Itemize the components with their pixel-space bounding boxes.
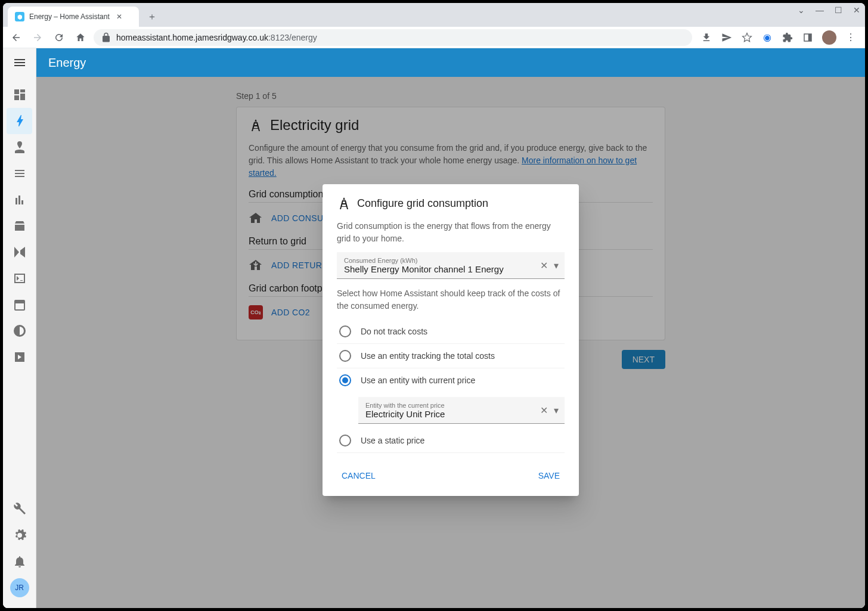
input-label: Entity with the current price [365,402,557,409]
url-path: /energy [289,33,317,42]
minimize-icon[interactable]: — [816,5,824,15]
sidebar-item-energy[interactable] [7,108,32,134]
home-button[interactable] [72,29,89,46]
url-bar[interactable]: homeassistant.home.jamesridgway.co.uk:81… [94,29,692,46]
radio-entity-price[interactable]: Use an entity with current price [337,368,565,392]
input-value: Electricity Unit Price [365,409,445,419]
radio-icon [339,435,351,446]
clear-icon[interactable]: ✕ [540,260,548,271]
sidebar-item-devtools[interactable] [3,496,36,522]
sidebar-item-settings[interactable] [3,522,36,548]
app-header: Energy [36,48,865,77]
sidebar-item-hacs[interactable] [3,213,36,239]
price-entity-input[interactable]: Entity with the current price Electricit… [358,397,565,424]
cancel-button[interactable]: CANCEL [337,467,380,484]
sidebar-item-history[interactable] [3,187,36,213]
send-icon[interactable] [721,32,733,44]
sidebar-item-terminal[interactable] [3,265,36,291]
clear-icon[interactable]: ✕ [540,405,548,416]
radio-entity-total[interactable]: Use an entity tracking the total costs [337,344,565,368]
hamburger-menu-button[interactable] [3,48,36,77]
sidebar-item-studio[interactable] [3,239,36,265]
radio-icon [339,350,351,362]
close-window-icon[interactable]: ✕ [853,5,860,15]
sidebar-item-dashboard[interactable] [3,82,36,108]
tab-title: Energy – Home Assistant [29,13,110,21]
chevron-down-icon[interactable]: ⌄ [798,5,805,15]
radio-icon-checked [339,374,351,386]
user-badge[interactable]: JR [10,578,29,597]
browser-tab[interactable]: ⬢ Energy – Home Assistant ✕ [8,7,139,27]
input-label: Consumed Energy (kWh) [344,257,557,264]
kebab-menu-icon[interactable]: ⋮ [845,32,857,44]
modal-overlay[interactable]: Configure grid consumption Grid consumpt… [36,77,865,608]
configure-grid-dialog: Configure grid consumption Grid consumpt… [323,184,579,496]
sidebar-item-logbook[interactable] [3,160,36,187]
save-button[interactable]: SAVE [534,467,565,484]
reload-button[interactable] [51,29,67,46]
puzzle-icon[interactable] [782,32,793,44]
url-port: :8123 [268,33,289,42]
consumed-energy-input[interactable]: Consumed Energy (kWh) Shelly Energy Moni… [337,252,565,279]
radio-label: Use a static price [361,436,424,445]
extension-icon[interactable]: ◉ [761,32,773,44]
transmission-tower-icon [337,196,351,210]
lock-icon [101,32,111,43]
input-value: Shelly Energy Monitor channel 1 Energy [344,264,504,274]
browser-tabs-bar: ⬢ Energy – Home Assistant ✕ ＋ ⌄ — ☐ ✕ [3,3,865,27]
radio-label: Use an entity with current price [361,376,475,385]
close-tab-icon[interactable]: ✕ [114,12,124,21]
sidebar-item-z2m[interactable] [3,318,36,344]
url-host: homeassistant.home.jamesridgway.co.uk [116,33,268,42]
address-bar: homeassistant.home.jamesridgway.co.uk:81… [3,27,865,48]
sidebar: JR [3,48,36,608]
cost-intro: Select how Home Assistant should keep tr… [337,287,565,312]
sidebar-item-notifications[interactable] [3,548,36,575]
forward-button[interactable] [29,29,46,46]
panel-icon[interactable] [802,32,814,44]
page-title: Energy [48,56,86,70]
maximize-icon[interactable]: ☐ [835,5,842,15]
dialog-title: Configure grid consumption [357,197,488,210]
sidebar-item-media[interactable] [3,344,36,370]
radio-icon [339,325,351,337]
star-icon[interactable] [741,32,753,44]
radio-label: Use an entity tracking the total costs [361,351,495,361]
install-app-icon[interactable] [700,32,712,44]
profile-avatar[interactable] [822,30,836,45]
radio-no-cost[interactable]: Do not track costs [337,320,565,344]
new-tab-button[interactable]: ＋ [144,8,160,25]
favicon-icon: ⬢ [15,12,24,21]
dialog-intro: Grid consumption is the energy that flow… [337,220,565,245]
radio-label: Do not track costs [361,327,427,336]
sidebar-item-calendar[interactable] [3,291,36,318]
dropdown-icon[interactable]: ▾ [554,260,559,271]
back-button[interactable] [8,29,24,46]
radio-static-price[interactable]: Use a static price [337,429,565,453]
window-controls: ⌄ — ☐ ✕ [798,5,860,15]
sidebar-item-map[interactable] [3,134,36,160]
dropdown-icon[interactable]: ▾ [554,405,559,416]
